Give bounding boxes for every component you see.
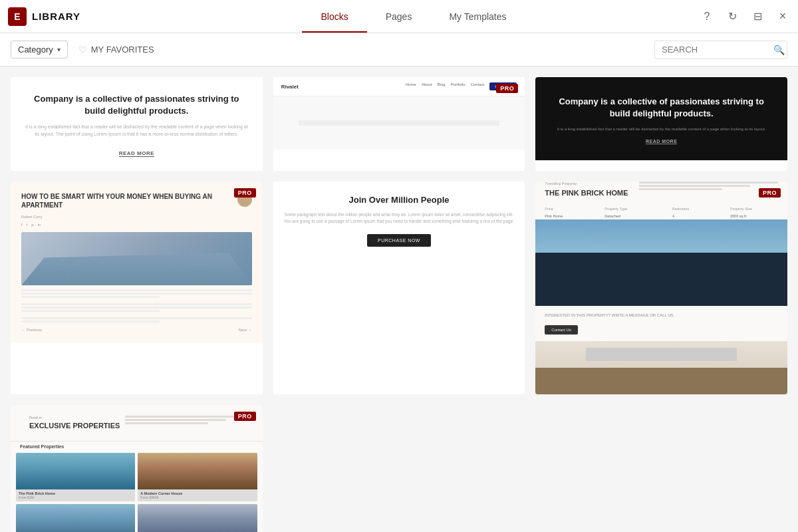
card4-top: HOW TO BE SMART WITH YOUR MONEY WHEN BUY… (21, 192, 252, 209)
tab-my-templates[interactable]: My Templates (430, 2, 525, 33)
card7-eyebrow: Build in (29, 416, 120, 420)
card7-title-col: Build in EXCLUSIVE PROPERTIES (20, 405, 120, 434)
favorites-label: MY FAVORITES (91, 45, 154, 55)
nav-link-contact: Contact (471, 82, 485, 90)
card7-content: Build in EXCLUSIVE PROPERTIES Featured P… (11, 405, 263, 532)
card-cta-center[interactable]: Join Over Million People Some paragraph … (273, 182, 525, 394)
pinterest-icon: p (31, 223, 33, 227)
favorites-button[interactable]: ♡ MY FAVORITES (78, 45, 154, 55)
card-dark-hero[interactable]: Company is a collective of passionates s… (535, 77, 787, 171)
header: E LIBRARY Blocks Pages My Templates ? ↻ … (0, 0, 798, 33)
text-line (21, 310, 160, 312)
card4-social: f t p in (21, 223, 252, 227)
building-graphic (535, 253, 787, 306)
card1-title: Company is a collective of passionates s… (24, 93, 249, 117)
refresh-icon[interactable]: ↻ (725, 9, 739, 24)
table-cell: Pink Home (535, 213, 595, 219)
card6-eyebrow: Trending Property (545, 182, 628, 186)
property-item: The Pink Brick Home From $1M (16, 453, 135, 501)
card-light-hero[interactable]: Company is a collective of passionates s… (11, 77, 263, 171)
close-icon[interactable]: × (775, 9, 790, 24)
pro-badge: PRO (496, 84, 518, 93)
card4-image (21, 232, 252, 285)
property-item: The White Curved House From $1.2M (16, 504, 135, 532)
card6-title: THE PINK BRICK HOME (545, 188, 628, 198)
tab-blocks[interactable]: Blocks (302, 2, 366, 33)
logo-text: LIBRARY (32, 11, 80, 22)
card-article[interactable]: PRO HOW TO BE SMART WITH YOUR MONEY WHEN… (11, 182, 263, 394)
card4-meta: Robert Curry (21, 215, 252, 219)
search-area: 🔍 (654, 41, 787, 59)
card1-content: Company is a collective of passionates s… (11, 77, 263, 171)
search-icon[interactable]: 🔍 (773, 45, 785, 55)
table-cell: Detached (595, 213, 663, 219)
property-item: A Modern Corner House From $800K (138, 453, 257, 501)
table-header-price: Price (535, 205, 595, 213)
pro-badge: PRO (234, 188, 256, 198)
search-input[interactable] (662, 45, 773, 55)
category-dropdown[interactable]: Category ▾ (11, 41, 68, 59)
next-link: Next → (239, 328, 252, 332)
card6-kitchen-image (535, 341, 787, 394)
text-line (21, 296, 160, 298)
table-header-size: Property Size (721, 205, 787, 213)
card1-body: It is a long established fact that a rea… (24, 124, 249, 138)
save-icon[interactable]: ⊟ (750, 9, 765, 24)
pro-badge: PRO (234, 412, 256, 421)
tab-pages[interactable]: Pages (367, 2, 431, 33)
category-label: Category (18, 45, 53, 55)
card6-desc (639, 182, 778, 190)
card5-title: Join Over Million People (284, 195, 515, 205)
building-graphic (21, 239, 252, 285)
card7-top-row: Build in EXCLUSIVE PROPERTIES (11, 405, 263, 441)
card-nav-header[interactable]: PRO Rivalet Home About Blog Portfolio Co… (273, 77, 525, 171)
card4-text-lines (21, 289, 252, 323)
featured-label: Featured Properties (11, 441, 263, 453)
card6-content: Trending Property THE PINK BRICK HOME (535, 182, 787, 394)
nav-link-blog: Blog (438, 82, 446, 90)
linkedin-icon: in (38, 223, 41, 227)
card4-pagination: ← Previous Next → (21, 328, 252, 332)
card-properties-list[interactable]: PRO Build in EXCLUSIVE PROPERTIES (11, 405, 263, 532)
cards-grid: Company is a collective of passionates s… (11, 77, 787, 532)
text-line (21, 317, 252, 319)
card4-title: HOW TO BE SMART WITH YOUR MONEY WHEN BUY… (21, 192, 232, 209)
property-image (16, 504, 135, 532)
nav-link-about: About (422, 82, 432, 90)
kitchen-wall (586, 348, 737, 361)
card2-logo: Rivalet (281, 84, 299, 90)
text-line (21, 321, 160, 323)
property-price: From $800K (140, 495, 254, 499)
chevron-down-icon: ▾ (57, 46, 61, 53)
pro-badge: PRO (759, 188, 781, 198)
card3-link: READ MORE (646, 139, 677, 144)
kitchen-cabinet (535, 368, 787, 394)
text-line (21, 293, 252, 295)
card1-link: READ MORE (119, 150, 154, 157)
table-cell: 2800 sq ft (721, 213, 787, 219)
property-image (138, 504, 257, 532)
card6-main-image (535, 219, 787, 306)
card5-cta-button: PURCHASE NOW (367, 234, 431, 247)
card3-content: Company is a collective of passionates s… (535, 77, 787, 160)
facebook-icon: f (21, 223, 23, 227)
card7-title: EXCLUSIVE PROPERTIES (29, 422, 120, 430)
library-window: E LIBRARY Blocks Pages My Templates ? ↻ … (0, 0, 798, 532)
logo-icon: E (8, 7, 27, 26)
header-actions: ? ↻ ⊟ × (700, 9, 790, 24)
prev-link: ← Previous (21, 328, 42, 332)
card6-contact-text: INTERESTED IN THIS PROPERTY? WRITE A MES… (545, 313, 778, 318)
card-property-detail[interactable]: PRO Trending Property THE PINK BRICK HOM… (535, 182, 787, 394)
twitter-icon: t (27, 223, 28, 227)
property-item: The Black Box Home From $950K (138, 504, 257, 532)
card5-content: Join Over Million People Some paragraph … (273, 182, 525, 260)
heart-icon: ♡ (78, 45, 87, 55)
logo-area: E LIBRARY (8, 7, 128, 26)
property-image (138, 453, 257, 489)
card6-contact-button: Contact Us (545, 325, 578, 334)
card7-properties-grid: The Pink Brick Home From $1M A Modern Co… (11, 453, 263, 532)
nav-link-portfolio: Portfolio (451, 82, 466, 90)
card6-title-col: Trending Property THE PINK BRICK HOME (545, 182, 628, 198)
card6-table: Price Property Type Bedrooms Property Si… (535, 205, 787, 219)
info-icon[interactable]: ? (700, 9, 714, 24)
